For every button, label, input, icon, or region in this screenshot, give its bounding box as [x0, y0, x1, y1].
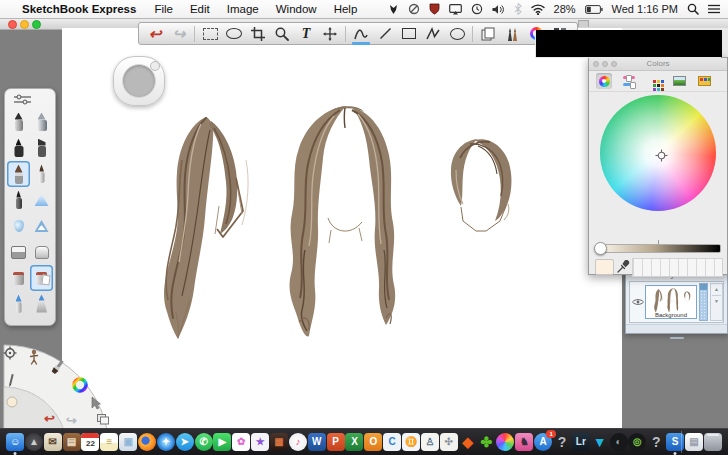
redo-button[interactable]: ↪	[168, 24, 190, 43]
tab-image-palettes[interactable]	[671, 73, 687, 89]
brush-sharpen[interactable]	[30, 213, 53, 239]
line-tool[interactable]	[374, 24, 396, 43]
rectangle-tool[interactable]	[398, 24, 420, 43]
dock-star-app[interactable]: ★	[251, 433, 269, 451]
zoom-window-button[interactable]	[32, 20, 41, 29]
dock-pink-app[interactable]: ♞	[515, 433, 533, 451]
crop-tool[interactable]	[247, 24, 269, 43]
brush-paint-can-paper-selected[interactable]	[30, 265, 53, 291]
dock-mail[interactable]: ✉	[44, 433, 62, 451]
marquee-select-tool[interactable]	[199, 24, 221, 43]
polyline-tool[interactable]	[422, 24, 444, 43]
layer-reorder-control[interactable]: ▲▼	[710, 283, 723, 321]
brush-blue-flask[interactable]	[30, 291, 53, 317]
panel-minimize-button[interactable]	[602, 61, 608, 67]
luminance-slider[interactable]	[597, 244, 721, 253]
time-machine-menu-icon[interactable]	[471, 3, 483, 15]
dock-satellite-app[interactable]: ✣	[440, 433, 458, 451]
duplicate-tool[interactable]	[477, 24, 499, 43]
dock-c-app[interactable]: C	[383, 433, 401, 451]
tab-color-wheel[interactable]	[596, 73, 612, 89]
brush-size-puck[interactable]	[113, 56, 165, 106]
dock-people-app[interactable]: ♊	[402, 433, 420, 451]
lagoon-corner-widget[interactable]	[0, 328, 130, 428]
brush-water-drop[interactable]	[7, 213, 30, 239]
dark-gem-menu-icon[interactable]	[388, 4, 399, 15]
tab-sliders[interactable]	[621, 73, 637, 89]
panel-close-button[interactable]	[593, 61, 599, 67]
brush-ink-pen[interactable]	[7, 187, 30, 213]
lasso-select-tool[interactable]	[223, 24, 245, 43]
dock-contacts[interactable]: ▤	[63, 433, 81, 451]
menu-edit[interactable]: Edit	[190, 3, 210, 15]
dock-facetime[interactable]: ▶	[213, 433, 231, 451]
dock-dark-ring-app[interactable]: ◎	[628, 433, 646, 451]
brush-detail[interactable]	[30, 161, 53, 187]
brush-chisel[interactable]	[30, 135, 53, 161]
dock-word[interactable]: W	[308, 433, 326, 451]
brush-hard-eraser[interactable]	[7, 239, 30, 265]
dock-finder[interactable]: ☺	[6, 433, 24, 451]
dock-trash[interactable]	[704, 433, 722, 451]
dock-calendar[interactable]: 22	[81, 433, 99, 451]
dock-lightroom[interactable]: Lr	[572, 433, 590, 451]
layer-visibility-eye-icon[interactable]	[632, 298, 644, 306]
ellipse-tool[interactable]	[446, 24, 468, 43]
curve-tool-selected[interactable]	[350, 24, 372, 43]
dock-app-store[interactable]: A 1	[534, 433, 552, 451]
dock-observer-app[interactable]: ♙	[421, 433, 439, 451]
brush-soft-eraser[interactable]	[30, 239, 53, 265]
wifi-menu-icon[interactable]	[531, 4, 545, 15]
dock-whatsapp[interactable]: ✆	[195, 433, 213, 451]
dock-missing-app-1[interactable]: ?	[553, 433, 571, 451]
dock-photos-pinwheel[interactable]: ✿	[232, 433, 250, 451]
dock-dark-dial-app[interactable]: ◐	[610, 433, 628, 451]
menu-file[interactable]: File	[154, 3, 173, 15]
dock-launchpad[interactable]: ▲	[25, 433, 43, 451]
dock-origin[interactable]: ◆	[459, 433, 477, 451]
dock-green-fairy-app[interactable]: ✤	[477, 433, 495, 451]
luminance-knob[interactable]	[594, 242, 607, 255]
eyedropper-icon[interactable]	[617, 260, 630, 273]
swatch-grid[interactable]	[632, 258, 723, 277]
color-crosshair[interactable]	[655, 149, 668, 162]
tab-palettes[interactable]	[646, 73, 662, 89]
dock-triangle-app[interactable]: ▼	[591, 433, 609, 451]
dock-missing-app-2[interactable]: ?	[647, 433, 665, 451]
brush-smear[interactable]	[30, 187, 53, 213]
brush-airbrush[interactable]	[30, 109, 53, 135]
dock-excel[interactable]: X	[345, 433, 363, 451]
layers-panel-footer[interactable]	[626, 324, 727, 333]
brush-settings-button[interactable]	[5, 89, 55, 109]
menu-help[interactable]: Help	[334, 3, 358, 15]
app-menu-title[interactable]: SketchBook Express	[22, 3, 136, 15]
dock-firefox[interactable]	[138, 433, 156, 451]
brush-editor-button[interactable]	[501, 24, 523, 43]
current-color-swatch[interactable]	[595, 259, 614, 275]
brush-blue-tip[interactable]	[7, 291, 30, 317]
layer-thumbnail[interactable]: Background	[645, 285, 697, 319]
move-tool[interactable]	[319, 24, 341, 43]
dock-itunes[interactable]: ♪	[289, 433, 307, 451]
lagoon-redo-button[interactable]: ↪	[66, 413, 77, 428]
dock-preview-app[interactable]: ▣	[119, 433, 137, 451]
spotlight-search-icon[interactable]	[687, 3, 699, 15]
zoom-tool[interactable]	[271, 24, 293, 43]
notification-center-icon[interactable]	[708, 4, 720, 14]
close-window-button[interactable]	[8, 20, 17, 29]
tab-crayons[interactable]	[696, 73, 712, 89]
minimize-window-button[interactable]	[20, 20, 29, 29]
dock-documents-stack[interactable]: ▤	[685, 433, 703, 451]
colors-panel-title-bar[interactable]: Colors	[589, 58, 727, 71]
airplay-display-menu-icon[interactable]	[449, 4, 462, 15]
volume-menu-icon[interactable]	[492, 4, 505, 15]
dock-outlook[interactable]: O	[364, 433, 382, 451]
menu-image[interactable]: Image	[227, 3, 259, 15]
brush-paint-can[interactable]	[7, 265, 30, 291]
bluetooth-menu-icon[interactable]	[514, 3, 522, 15]
lagoon-undo-button[interactable]: ↩	[44, 411, 55, 426]
layer-opacity-slider[interactable]	[699, 283, 708, 321]
dock-blue-chat-app[interactable]: ➤	[176, 433, 194, 451]
lagoon-color-puck[interactable]	[7, 397, 17, 407]
layer-row[interactable]: Background ▲▼	[629, 281, 724, 323]
